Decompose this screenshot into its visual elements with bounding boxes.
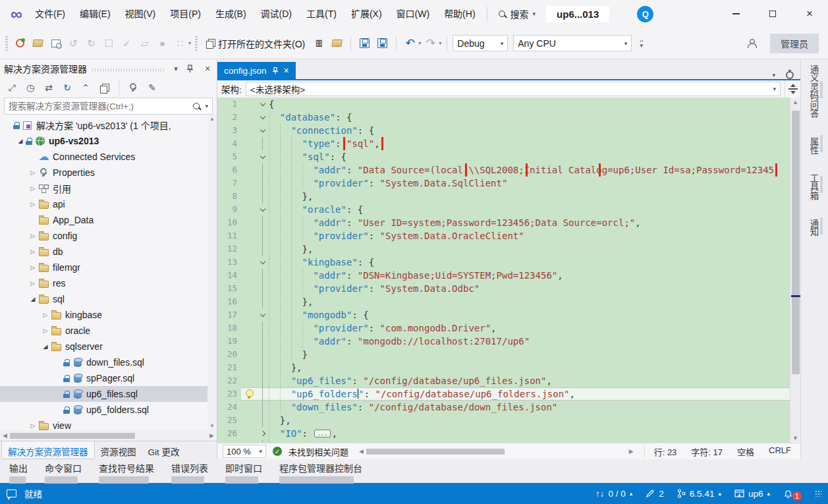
line-body[interactable]: "kingbase": { [241,256,790,269]
properties-icon[interactable] [126,80,142,96]
chevron-down-icon[interactable]: ▾ [205,103,208,109]
toolbar-grip[interactable] [195,36,198,51]
line-body[interactable]: "IO": ..., [241,427,790,440]
theme-icon[interactable]: ● [154,35,171,51]
line-body[interactable]: }, [241,295,790,308]
sync-with-active-document-icon[interactable]: ⇄ [41,80,57,96]
collapse-region-icon[interactable] [260,206,265,211]
collapse-region-icon[interactable] [260,100,265,105]
feedback-bubble-icon[interactable] [7,490,16,497]
outlining-margin[interactable] [257,111,269,124]
expander-collapsed-icon[interactable]: ▷ [28,264,38,271]
tool-window-tab-3[interactable]: 通知 [807,217,823,238]
collapse-region-icon[interactable] [260,311,265,316]
open-file-icon[interactable] [329,35,345,51]
tree-item-filemgr[interactable]: ▷filemgr [0,260,217,275]
refresh-icon[interactable]: ↻ [59,80,75,96]
menu-item-9[interactable]: 帮助(H) [437,4,482,24]
lightbulb-icon[interactable] [245,389,253,399]
line-body[interactable]: }, [241,361,790,374]
resize-grip[interactable] [815,490,821,497]
code-line-21[interactable]: 21}, [217,361,790,374]
line-body[interactable]: "up6_folders": "/config/database/up6_fol… [241,387,790,401]
save-icon[interactable] [356,35,373,51]
tree-item-up6_folders-sql[interactable]: up6_folders.sql [0,402,217,418]
bottom-tab-3[interactable]: 错误列表 [171,461,208,484]
code-line-25[interactable]: 25}, [217,414,790,427]
scroll-left-icon[interactable]: ◀ [359,448,364,455]
scroll-right-icon[interactable]: ▶ [209,432,214,439]
tree-item-up6_files-sql[interactable]: up6_files.sql [0,386,217,402]
toolbar-dropdown-icon[interactable]: ▾ [188,40,191,46]
bottom-tab-5[interactable]: 程序包管理器控制台 [279,461,362,484]
code-line-12[interactable]: 12}, [217,242,790,256]
scroll-left-icon[interactable]: ◀ [3,432,7,439]
pending-changes-filter-icon[interactable]: ◷ [22,80,38,96]
tool-window-tab-0[interactable]: 通义灵码问答 [807,65,823,118]
tree-item-sql[interactable]: ◢sql [0,291,217,307]
expander-collapsed-icon[interactable]: ▷ [28,185,38,192]
bottom-tab-4[interactable]: 即时窗口 [225,461,262,484]
code-line-2[interactable]: 2"database": { [217,111,790,124]
line-body[interactable]: }, [241,242,790,256]
schema-select[interactable]: <未选择架构> ▾ [246,82,781,96]
expander-collapsed-icon[interactable]: ▷ [28,248,38,255]
code-line-8[interactable]: 8}, [217,190,790,203]
code-line-10[interactable]: 10"addr": "User ID=system;Password=12345… [217,216,790,229]
menu-item-6[interactable]: 工具(T) [299,4,344,24]
expander-collapsed-icon[interactable]: ▷ [28,201,38,208]
tree-item-api[interactable]: ▷api [0,196,217,212]
line-body[interactable]: "sql": { [241,150,790,163]
bottom-tab-0[interactable]: 输出 [9,461,28,484]
notifications[interactable]: 1 [783,486,802,501]
editor-horizontal-scrollbar[interactable]: ◀ ▶ [355,448,638,455]
code-line-5[interactable]: 5"sql": { [217,150,790,163]
line-body[interactable]: "provider": "System.Data.OracleClient" [241,229,790,242]
find-in-window-icon[interactable] [47,35,64,51]
git-branch-status[interactable]: 6.5.41 ▴ [677,489,721,499]
tree-item-up6-vs2013[interactable]: ◢up6-vs2013 [0,133,217,149]
code-line-24[interactable]: 24"down_files": "/config/database/down_f… [217,401,790,414]
zoom-select[interactable]: 100 % ▾ [223,445,266,458]
quick-search[interactable]: 搜索 ▾ [491,7,543,20]
expander-expanded-icon[interactable]: ◢ [15,138,26,144]
spell-check-icon[interactable]: ✓ [119,35,135,51]
bottom-tab-2[interactable]: 查找符号结果 [99,461,154,484]
outlining-margin[interactable] [257,427,269,440]
undo-dropdown-icon[interactable]: ▾ [418,40,421,46]
tab-config-json[interactable]: config.json × [217,62,296,79]
code-line-1[interactable]: 1{ [217,98,790,111]
code-editor[interactable]: 1{2"database": {3"connection": {4"type":… [217,98,790,443]
collapse-all-icon[interactable]: ⌃ [78,80,94,96]
close-icon[interactable]: × [202,63,213,74]
save-all-icon[interactable] [374,35,391,51]
scroll-up-icon[interactable]: ▲ [209,116,215,122]
redo-icon[interactable]: ↷ [422,35,439,51]
scroll-right-icon[interactable]: ▶ [629,448,634,455]
collapse-region-icon[interactable] [260,153,265,158]
platform-select[interactable]: Any CPU ▾ [513,35,632,51]
line-body[interactable]: }, [241,414,790,427]
indent-mode-label[interactable]: 空格 [737,445,754,458]
solution-explorer-header[interactable]: 解决方案资源管理器 ▾ × [0,59,217,78]
git-repo-status[interactable]: up6 ▴ [734,489,770,499]
undo-icon[interactable]: ↶ [402,35,418,51]
feedback-icon[interactable] [743,35,759,51]
tree-item--up6-vs2013-1-[interactable]: 解决方案 'up6-vs2013' (1 个项目, [0,117,217,133]
expander-expanded-icon[interactable]: ◢ [40,343,51,350]
new-file-icon[interactable]: 🗏︎ [311,35,327,51]
tree-item-kingbase[interactable]: ▷kingbase [0,307,217,323]
tree-item-app_data[interactable]: App_Data [0,212,217,228]
code-line-13[interactable]: 13"kingbase": { [217,256,790,269]
code-line-22[interactable]: 22"up6_files": "/config/database/up6_fil… [217,374,790,387]
options-dots-icon[interactable]: ∷ [172,35,188,51]
tree-item-db[interactable]: ▷db [0,244,217,260]
line-body[interactable]: "addr": "mongodb://localhost:27017/up6" [241,335,790,348]
code-line-16[interactable]: 16}, [217,295,790,308]
outlining-margin[interactable] [257,124,269,137]
scrollbar-thumb[interactable] [792,111,800,374]
line-body[interactable]: "database": { [241,111,790,124]
menu-item-3[interactable]: 项目(P) [163,4,208,24]
line-body[interactable]: "provider": "System.Data.SqlClient" [241,177,790,190]
eol-label[interactable]: CRLF [769,445,791,458]
